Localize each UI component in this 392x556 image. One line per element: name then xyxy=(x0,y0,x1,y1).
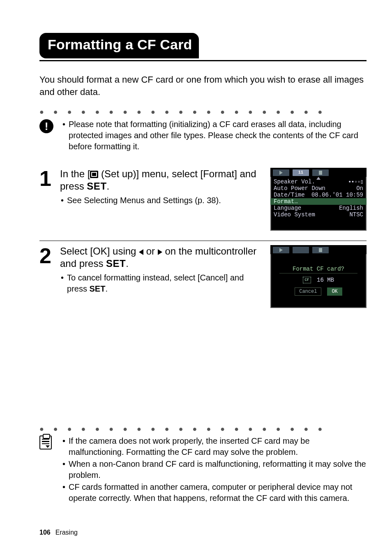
step2-title: Select [OK] using or on the multicontrol… xyxy=(60,245,265,270)
page-number: 106 xyxy=(39,529,51,536)
bullet-dot: • xyxy=(62,482,65,504)
lcd-cancel-button: Cancel xyxy=(295,287,321,296)
lcd-tab-mycamera-icon xyxy=(312,169,329,176)
step2-sub: To cancel formatting instead, select [Ca… xyxy=(67,272,265,294)
dot-separator-top: ● ● ● ● ● ● ● ● ● ● ● ● ● ● ● ● ● ● ● ● … xyxy=(39,107,367,117)
lcd-screenshot-format-dialog: Format CF card? CF 16 MB Cancel OK xyxy=(270,245,367,308)
lcd-tab-mycamera-icon xyxy=(312,247,329,253)
lcd-tab-setup-icon: 11 xyxy=(293,169,309,176)
bullet-dot: • xyxy=(62,436,65,458)
set-label: SET xyxy=(106,258,126,269)
warning-text: Please note that formatting (initializin… xyxy=(69,119,367,152)
footer-note-2: When a non-Canon brand CF card is malfun… xyxy=(69,459,367,481)
page-section: Erasing xyxy=(55,529,78,536)
bullet-dot: • xyxy=(61,272,64,294)
lcd-scroll-up-icon xyxy=(316,177,321,180)
lcd-ok-button: OK xyxy=(327,287,342,296)
lcd-card-size: 16 MB xyxy=(317,277,334,283)
title-block: Formatting a CF Card xyxy=(39,33,367,61)
footer-note-3: CF cards formatted in another camera, co… xyxy=(69,482,367,504)
footer-note-1: If the camera does not work properly, th… xyxy=(69,436,367,458)
set-label: SET xyxy=(87,181,106,192)
lcd-screenshot-setup-menu: 11 Speaker Vol.▪▪▫▫▯ Auto Power DownOn D… xyxy=(270,168,367,231)
left-arrow-icon xyxy=(139,249,143,255)
lcd-tab-setup-icon xyxy=(293,247,309,253)
lcd-tab-play-icon xyxy=(273,169,289,176)
step-number-1: 1 xyxy=(39,168,54,231)
page-footer: 106Erasing xyxy=(39,528,78,537)
warning-icon: ! xyxy=(39,118,55,153)
step-number-2: 2 xyxy=(39,245,54,308)
page-title: Formatting a CF Card xyxy=(39,33,199,58)
bullet-dot: • xyxy=(62,459,65,481)
note-clipboard-icon xyxy=(39,435,55,505)
title-rule xyxy=(39,60,367,61)
right-arrow-icon xyxy=(158,249,162,255)
setup-menu-icon xyxy=(90,171,98,178)
step1-title: In the [ (Set up)] menu, select [Format]… xyxy=(60,168,265,192)
intro-text: You should format a new CF card or one f… xyxy=(39,74,367,98)
lcd-tab-play-icon xyxy=(273,247,289,253)
bullet-dot: • xyxy=(61,195,64,206)
bullet-dot: • xyxy=(62,119,65,152)
cf-card-icon: CF xyxy=(303,277,311,283)
step1-sub: See Selecting Menus and Settings (p. 38)… xyxy=(67,195,221,206)
dot-separator-bottom: ● ● ● ● ● ● ● ● ● ● ● ● ● ● ● ● ● ● ● ● … xyxy=(39,424,367,434)
lcd-dialog-title: Format CF card? xyxy=(279,266,357,273)
